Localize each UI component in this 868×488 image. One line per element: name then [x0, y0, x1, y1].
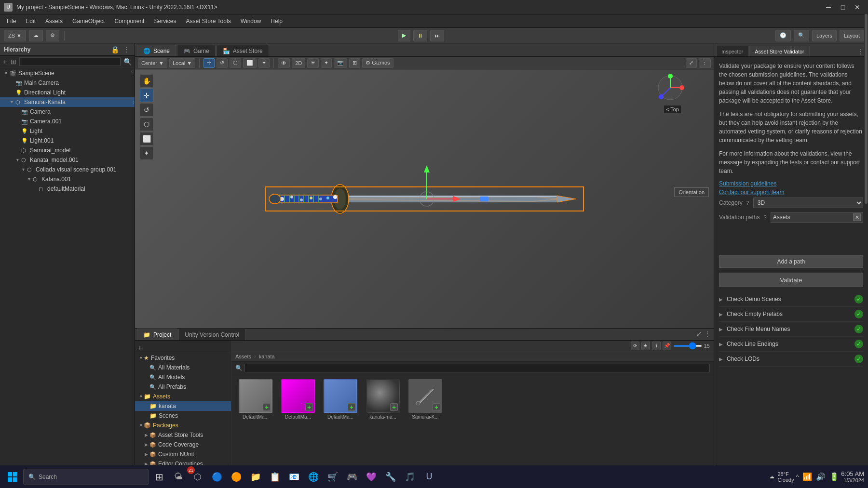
check-empty-prefabs[interactable]: ▶ Check Empty Prefabs ✓	[719, 307, 863, 322]
tree-allmat[interactable]: 🔍 All Materials	[135, 363, 231, 372]
camera-btn[interactable]: 📷	[334, 58, 347, 68]
menu-services[interactable]: Services	[149, 16, 181, 26]
menu-file[interactable]: File	[2, 16, 21, 26]
breadcrumb-kanata[interactable]: kanata	[259, 354, 275, 359]
taskbar-icon-10[interactable]: 🔧	[382, 468, 399, 486]
sync-btn[interactable]: ⟳	[631, 342, 639, 350]
hierarchy-item-maincamera[interactable]: 📷 Main Camera	[0, 78, 135, 88]
submission-guidelines-link[interactable]: Submission guidelines	[719, 180, 863, 187]
menu-help[interactable]: Help	[266, 16, 287, 26]
layers-dropdown[interactable]: Layers	[812, 30, 837, 41]
start-button[interactable]	[4, 468, 21, 486]
play-button[interactable]: ▶	[398, 30, 410, 41]
tab-project[interactable]: 📁 Project	[137, 329, 177, 340]
menu-component[interactable]: Component	[109, 16, 149, 26]
rect-btn[interactable]: ⬜	[243, 58, 257, 68]
taskbar-icon-7[interactable]: 🛒	[324, 468, 341, 486]
asset-item-defaultma3[interactable]: + DefaultMa...	[321, 379, 360, 420]
asset-store-validator-tab[interactable]: Asset Store Validator	[749, 46, 810, 56]
menu-gameobject[interactable]: GameObject	[68, 16, 109, 26]
asset-item-samurai[interactable]: + Samurai-K...	[406, 379, 445, 420]
rotate-tool[interactable]: ↺	[140, 103, 153, 117]
cloud-button[interactable]: ☁	[29, 30, 43, 41]
hierarchy-item-directionallight[interactable]: 💡 Directional Light	[0, 88, 135, 97]
validation-paths-clear-btn[interactable]: ✕	[853, 213, 861, 221]
lighting-btn[interactable]: ☀	[307, 58, 319, 68]
tree-scenes[interactable]: 📁 Scenes	[135, 411, 231, 421]
rotate-btn[interactable]: ↺	[217, 58, 228, 68]
check-line-endings[interactable]: ▶ Check Line Endings ✓	[719, 337, 863, 352]
tab-asset-store[interactable]: 🏪 Asset Store	[217, 45, 269, 56]
samplescene-options[interactable]: ⋮	[129, 70, 135, 77]
tree-allmodels[interactable]: 🔍 All Models	[135, 372, 231, 382]
zs-dropdown[interactable]: ZS ▼	[4, 30, 26, 41]
hierarchy-item-light[interactable]: 💡 Light	[0, 126, 135, 136]
breadcrumb-assets[interactable]: Assets	[235, 354, 251, 359]
hierarchy-menu-btn[interactable]: ⋮	[122, 45, 131, 54]
grid-btn[interactable]: ⊞	[349, 58, 360, 68]
layout-dropdown[interactable]: Layout	[840, 30, 864, 41]
pin-btn[interactable]: 📌	[663, 342, 671, 350]
asset-search-input[interactable]	[244, 364, 710, 372]
asset-item-defaultma1[interactable]: + DefaultMa...	[236, 379, 275, 420]
menu-assets[interactable]: Assets	[41, 16, 68, 26]
taskbar-icon-12[interactable]: U	[420, 468, 438, 486]
hierarchy-filter-btn[interactable]: ⊞	[10, 57, 17, 66]
samurai-expand[interactable]: ›	[133, 99, 135, 105]
minimize-button[interactable]: ─	[822, 2, 835, 12]
hierarchy-item-samuraimodel[interactable]: ⬡ Samurai_model	[0, 145, 135, 155]
taskbar-chevron[interactable]: ^	[796, 474, 799, 480]
hierarchy-search-input[interactable]	[19, 57, 121, 66]
add-asset-btn[interactable]: +	[137, 343, 143, 353]
check-demo-scenes[interactable]: ▶ Check Demo Scenes ✓	[719, 292, 863, 307]
add-path-button[interactable]: Add a path	[719, 255, 863, 268]
maximize-scene-btn[interactable]: ⤢	[686, 58, 697, 68]
taskbar-icon-4[interactable]: 📋	[266, 468, 284, 486]
taskbar-task-view[interactable]: ⊞	[150, 468, 168, 486]
scene-menu-btn[interactable]: ⋮	[699, 58, 711, 68]
inspector-scrollbar-thumb[interactable]	[865, 14, 868, 204]
hierarchy-item-katana[interactable]: ▼ ⬡ Katana.001	[0, 174, 135, 184]
validate-button[interactable]: Validate	[719, 273, 863, 287]
hierarchy-item-light001[interactable]: 💡 Light.001	[0, 136, 135, 145]
2d-btn[interactable]: 2D	[292, 58, 305, 68]
scale-tool[interactable]: ⬡	[140, 118, 153, 131]
hierarchy-item-camera[interactable]: 📷 Camera	[0, 107, 135, 117]
fx-btn[interactable]: ✦	[321, 58, 332, 68]
hierarchy-search-btn[interactable]: 🔍	[122, 57, 133, 66]
taskbar-icon-9[interactable]: 💜	[363, 468, 380, 486]
hierarchy-item-defaultmaterial[interactable]: ◻ defaultMaterial	[0, 184, 135, 194]
tab-game[interactable]: 🎮 Game	[177, 45, 216, 56]
transform-btn[interactable]: ✦	[258, 58, 270, 68]
step-button[interactable]: ⏭	[430, 30, 444, 41]
space-btn[interactable]: Local ▼	[169, 58, 195, 68]
settings-button[interactable]: ⚙	[46, 30, 59, 41]
asset-item-kanata[interactable]: + kanata-ma...	[364, 379, 402, 420]
menu-window[interactable]: Window	[236, 16, 266, 26]
scale-btn[interactable]: ⬡	[230, 58, 241, 68]
taskbar-icon-6[interactable]: 🌐	[305, 468, 322, 486]
scene-viewport[interactable]: ✋ ✛ ↺ ⬡ ⬜ ✦	[135, 69, 714, 328]
check-file-menu[interactable]: ▶ Check File Menu Names ✓	[719, 322, 863, 337]
tree-customnunit[interactable]: ▶ 📦 Custom NUnit	[135, 449, 231, 459]
view-btn[interactable]: 👁	[278, 58, 290, 68]
hierarchy-item-collada[interactable]: ▼ ⬡ Collada visual scene group.001	[0, 165, 135, 174]
taskbar-icon-3[interactable]: 📁	[247, 468, 264, 486]
move-tool[interactable]: ✛	[140, 89, 153, 102]
hierarchy-item-camera001[interactable]: 📷 Camera.001	[0, 117, 135, 126]
tree-kanata[interactable]: 📁 kanata	[135, 401, 231, 411]
bottom-menu-btn[interactable]: ⋮	[703, 329, 712, 339]
gizmos-btn[interactable]: ⚙ Gizmos	[362, 58, 393, 68]
taskbar-search[interactable]: 🔍 Search	[23, 469, 149, 485]
tree-assets[interactable]: ▼ 📁 Assets	[135, 392, 231, 401]
hierarchy-add-btn[interactable]: +	[2, 57, 8, 66]
tab-scene[interactable]: 🌐 Scene	[137, 45, 176, 56]
check-lods[interactable]: ▶ Check LODs ✓	[719, 352, 863, 367]
hierarchy-lock-btn[interactable]: 🔒	[110, 45, 120, 54]
tree-allprefabs[interactable]: 🔍 All Prefabs	[135, 382, 231, 392]
taskbar-icon-8[interactable]: 🎮	[343, 468, 361, 486]
hierarchy-item-samplescene[interactable]: ▼ 🎬 SampleScene ⋮	[0, 68, 135, 78]
taskbar-icon-1[interactable]: 🔵	[208, 468, 226, 486]
taskbar-icon-2[interactable]: 🟠	[228, 468, 245, 486]
taskbar-icon-11[interactable]: 🎵	[401, 468, 419, 486]
